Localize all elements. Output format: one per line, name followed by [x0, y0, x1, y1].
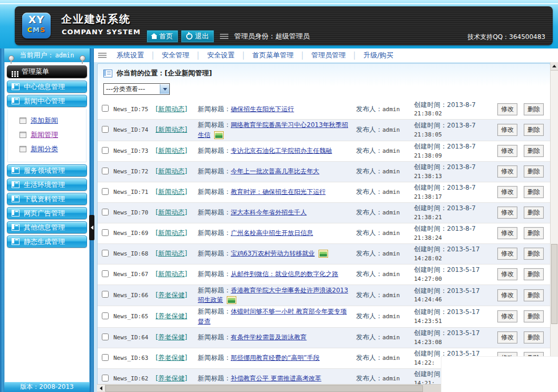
row-title-link[interactable]: 宝鸡63万农村劳动力转移就业: [231, 250, 315, 257]
delete-button[interactable]: 删除: [524, 207, 544, 219]
row-category-link[interactable]: [养老保健]: [156, 354, 187, 361]
edit-button[interactable]: 修改: [497, 207, 517, 219]
edit-button[interactable]: 修改: [497, 186, 517, 198]
select-dropdown-button[interactable]: [160, 84, 169, 94]
sidebar-group-button[interactable]: 其他信息管理: [7, 221, 87, 233]
row-checkbox[interactable]: [102, 229, 109, 236]
row-checkbox[interactable]: [102, 126, 109, 133]
row-title-link[interactable]: 教育时评：确保招生在阳光下运行: [231, 188, 326, 195]
top-menu-item[interactable]: 升级/购买: [357, 51, 400, 60]
row-title-link[interactable]: 专访北京石油化工学院招办主任魏融: [231, 147, 332, 154]
row-publisher: admin: [382, 126, 400, 133]
edit-button[interactable]: 修改: [497, 268, 517, 280]
publisher-label: 发布人：: [356, 270, 382, 278]
row-category-link[interactable]: [新闻动态]: [156, 208, 187, 216]
top-menu-item[interactable]: 管理员管理: [304, 51, 352, 60]
row-checkbox[interactable]: [102, 270, 109, 277]
row-category-link[interactable]: [养老保健]: [156, 291, 187, 299]
row-checkbox[interactable]: [102, 312, 109, 319]
delete-button[interactable]: 删除: [524, 289, 544, 301]
edit-button[interactable]: 修改: [497, 103, 517, 115]
row-title-link[interactable]: 今年上一批次普高几率比去年大: [231, 168, 320, 175]
delete-button[interactable]: 删除: [524, 145, 544, 157]
edit-button[interactable]: 修改: [497, 145, 517, 157]
tab-separator: │: [151, 52, 155, 60]
sidebar-group-button[interactable]: 新闻中心管理: [7, 95, 87, 107]
sidebar-sub-link[interactable]: 新闻管理: [31, 130, 58, 140]
delete-button[interactable]: 删除: [524, 165, 544, 178]
sidebar-sub-link[interactable]: 添加新闻: [31, 116, 58, 125]
horizontal-scrollbar-thumb[interactable]: [105, 385, 423, 392]
row-category-link[interactable]: [养老保健]: [156, 374, 187, 382]
row-checkbox[interactable]: [102, 291, 109, 298]
row-category-link[interactable]: [新闻动态]: [156, 188, 187, 195]
sidebar-group-button[interactable]: 生活环境管理: [7, 179, 87, 191]
sidebar-sub-item[interactable]: 添加新闻: [20, 116, 86, 125]
edit-button[interactable]: 修改: [497, 165, 517, 178]
delete-button[interactable]: 删除: [524, 124, 544, 136]
edit-button[interactable]: 修改: [497, 124, 517, 136]
row-category-link[interactable]: [新闻动态]: [156, 249, 187, 257]
delete-button[interactable]: 删除: [524, 186, 544, 198]
row-checkbox[interactable]: [102, 105, 109, 112]
sidebar-group-button[interactable]: 服务领域管理: [7, 164, 87, 177]
category-filter-select[interactable]: ---分类查看---: [103, 83, 170, 95]
row-category-link[interactable]: [新闻动态]: [156, 270, 187, 278]
delete-button[interactable]: 删除: [524, 310, 544, 322]
delete-button[interactable]: 删除: [524, 331, 544, 344]
top-menu-item[interactable]: 安全管理: [155, 51, 196, 60]
home-button[interactable]: 首页: [147, 30, 178, 43]
edit-button[interactable]: 修改: [497, 331, 517, 344]
row-title-link[interactable]: 有条件学校需普及游泳教育: [231, 334, 307, 341]
row-checkbox[interactable]: [102, 250, 109, 257]
row-category-link[interactable]: [新闻动态]: [156, 146, 187, 154]
sidebar-group-button[interactable]: 中心信息管理: [7, 81, 87, 93]
top-menu-item[interactable]: 首页菜单管理: [245, 51, 300, 60]
top-menu-item[interactable]: 系统设置: [110, 51, 151, 60]
row-category-link[interactable]: [新闻动态]: [156, 125, 187, 133]
vertical-scrollbar[interactable]: [550, 62, 558, 392]
row-title-link[interactable]: 深大本科今年省外招生千人: [231, 209, 307, 216]
window-icon: [12, 224, 20, 231]
edit-button[interactable]: 修改: [497, 227, 517, 239]
edit-button[interactable]: 修改: [497, 289, 517, 301]
sidebar-sub-item[interactable]: 新闻分类: [20, 144, 86, 154]
row-checkbox[interactable]: [102, 334, 109, 340]
scroll-up-button[interactable]: [551, 62, 558, 71]
scroll-left-button[interactable]: [97, 385, 105, 391]
row-category-link[interactable]: [新闻动态]: [156, 167, 187, 175]
edit-button[interactable]: 修改: [497, 310, 517, 322]
sidebar-sub-item[interactable]: 新闻管理: [20, 130, 86, 140]
delete-button[interactable]: 删除: [524, 268, 544, 280]
row-title-link[interactable]: 补偿教育公平 更需推进高考改革: [231, 375, 322, 382]
row-title-link[interactable]: 从邮件到微信：就业信息的数字化之路: [231, 270, 339, 278]
delete-button[interactable]: 删除: [524, 103, 544, 115]
row-checkbox[interactable]: [102, 147, 109, 154]
sidebar-group-button[interactable]: 网页广告管理: [7, 207, 87, 219]
vertical-scrollbar-thumb[interactable]: [551, 244, 557, 324]
header-nav: 首页 退出 管理员身份：超级管理员: [147, 30, 310, 43]
row-category-link[interactable]: [新闻动态]: [156, 229, 187, 237]
row-checkbox[interactable]: [102, 188, 109, 195]
logout-button[interactable]: 退出: [181, 30, 214, 43]
sidebar-group-button[interactable]: 静态生成管理: [7, 236, 87, 248]
sidebar-sub-link[interactable]: 新闻分类: [31, 144, 58, 154]
row-checkbox[interactable]: [102, 354, 109, 361]
delete-button[interactable]: 删除: [524, 227, 544, 239]
row-category-link[interactable]: [养老保健]: [156, 333, 187, 341]
sidebar-group-button[interactable]: 下载资料管理: [7, 193, 87, 205]
row-publisher: admin: [382, 189, 400, 195]
top-menu-item[interactable]: 安全设置: [200, 51, 242, 60]
row-title-link[interactable]: 那些挪用教育经费的“高明”手段: [231, 354, 320, 361]
row-category-link[interactable]: [新闻动态]: [156, 105, 187, 113]
row-checkbox[interactable]: [102, 209, 109, 215]
row-title-link[interactable]: 确保招生在阳光下运行: [231, 105, 294, 113]
row-checkbox[interactable]: [102, 168, 109, 174]
edit-button[interactable]: 修改: [497, 248, 517, 260]
news-title-label: 新闻标题：: [198, 167, 231, 175]
row-category-link[interactable]: [养老保健]: [156, 312, 187, 320]
delete-button[interactable]: 删除: [524, 248, 544, 260]
row-title-link[interactable]: 广州名校高中招生开放日信息: [231, 229, 313, 237]
row-checkbox[interactable]: [102, 375, 109, 381]
sidebar-collapse-handle[interactable]: [89, 215, 94, 240]
